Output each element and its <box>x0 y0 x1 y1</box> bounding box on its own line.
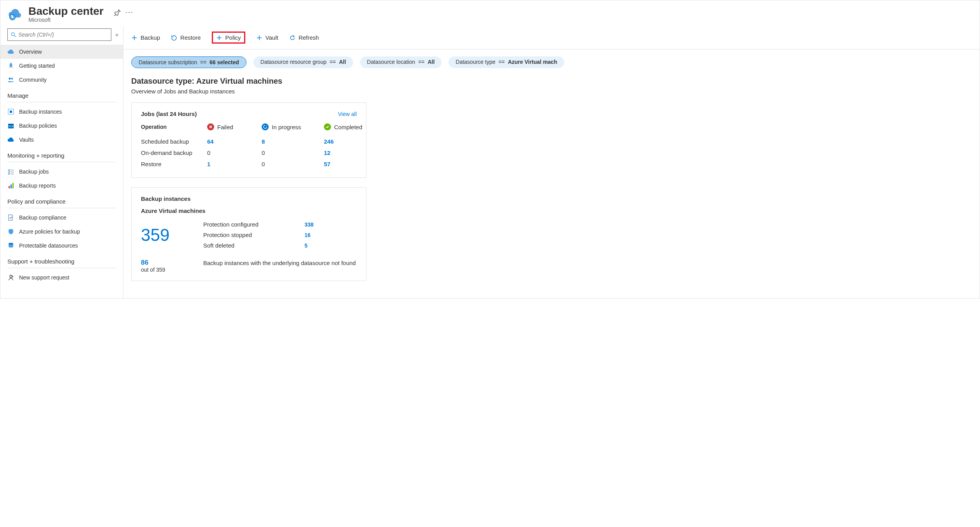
filter-location[interactable]: Datasource location == All <box>360 56 442 68</box>
toolbar-label: Policy <box>225 34 241 41</box>
pin-icon[interactable] <box>114 9 121 16</box>
svg-rect-9 <box>9 126 10 126</box>
jobs-row: Restore 1 0 57 <box>141 158 357 170</box>
sidebar-item-getting-started[interactable]: Getting started <box>0 59 123 73</box>
not-found-count[interactable]: 86 <box>141 259 203 267</box>
svg-point-21 <box>10 275 12 278</box>
chart-icon <box>7 182 14 189</box>
search-field[interactable] <box>18 32 108 38</box>
svg-rect-18 <box>9 215 12 220</box>
svg-rect-6 <box>10 111 12 113</box>
row-operation: Scheduled backup <box>141 138 207 145</box>
toolbar-label: Refresh <box>299 34 319 41</box>
sidebar-label: Protectable datasources <box>19 242 78 249</box>
instances-total[interactable]: 359 <box>141 225 203 245</box>
row-operation: Restore <box>141 161 207 167</box>
divider <box>7 208 116 208</box>
calendar-icon <box>7 122 14 129</box>
filter-subscription[interactable]: Datasource subscription == 66 selected <box>131 56 246 68</box>
view-all-link[interactable]: View all <box>338 111 357 117</box>
toolbar-label: Vault <box>266 34 278 41</box>
progress-icon <box>262 123 269 130</box>
instance-row-value[interactable]: 338 <box>304 221 343 228</box>
row-failed[interactable]: 64 <box>207 138 262 145</box>
filter-value: All <box>339 59 346 65</box>
jobs-row: Scheduled backup 64 8 246 <box>141 136 357 147</box>
row-progress[interactable]: 8 <box>262 138 324 145</box>
sidebar-label: Community <box>19 77 47 83</box>
col-label: Completed <box>334 124 362 130</box>
sidebar-item-vaults[interactable]: Vaults <box>0 133 123 147</box>
instance-row-label: Soft deleted <box>203 242 304 249</box>
filter-resource-group[interactable]: Datasource resource group == All <box>253 56 353 68</box>
row-failed[interactable]: 1 <box>207 161 262 167</box>
rocket-icon <box>7 62 14 69</box>
sidebar-label: Vaults <box>19 137 34 143</box>
svg-rect-15 <box>9 186 10 188</box>
not-found-text: Backup instances with the underlying dat… <box>203 259 359 267</box>
filter-label: Datasource type <box>456 59 495 65</box>
instances-card-title: Backup instances <box>141 195 357 202</box>
backup-button[interactable]: Backup <box>131 34 160 41</box>
col-operation: Operation <box>141 124 207 130</box>
more-icon[interactable]: ··· <box>125 8 134 16</box>
sidebar-item-protectable[interactable]: Protectable datasources <box>0 239 123 253</box>
sidebar-item-backup-instances[interactable]: Backup instances <box>0 105 123 119</box>
sidebar-item-backup-reports[interactable]: Backup reports <box>0 179 123 193</box>
row-operation: On-demand backup <box>141 149 207 156</box>
jobs-row: On-demand backup 0 0 12 <box>141 147 357 158</box>
search-input[interactable] <box>7 28 111 41</box>
main-content: Backup Restore Policy Vault <box>123 26 980 298</box>
collapse-sidebar-icon[interactable]: « <box>115 32 118 38</box>
jobs-card: Jobs (last 24 Hours) View all Operation … <box>131 102 366 178</box>
toolbar-label: Backup <box>141 34 160 41</box>
sidebar-item-backup-jobs[interactable]: Backup jobs <box>0 165 123 179</box>
sidebar-item-backup-policies[interactable]: Backup policies <box>0 119 123 133</box>
backup-center-icon <box>8 7 22 21</box>
restore-button[interactable]: Restore <box>171 34 201 41</box>
col-completed: Completed <box>324 123 371 130</box>
policy-button[interactable]: Policy <box>212 32 245 44</box>
row-completed[interactable]: 57 <box>324 161 371 167</box>
refresh-button[interactable]: Refresh <box>289 34 319 41</box>
refresh-icon <box>289 35 296 41</box>
instance-row-value[interactable]: 5 <box>304 242 343 249</box>
svg-point-4 <box>11 78 13 80</box>
sidebar-item-azure-policies[interactable]: Azure policies for backup <box>0 225 123 239</box>
sidebar-item-new-support-request[interactable]: New support request <box>0 271 123 285</box>
filter-value: Azure Virtual mach <box>508 59 557 65</box>
completed-icon <box>324 123 331 130</box>
datasource-title: Datasource type: Azure Virtual machines <box>131 77 972 86</box>
failed-icon <box>207 123 214 130</box>
vault-button[interactable]: Vault <box>256 34 278 41</box>
sidebar-label: Backup instances <box>19 109 62 115</box>
col-label: In progress <box>272 124 301 130</box>
instance-row-label: Protection configured <box>203 221 304 228</box>
row-completed[interactable]: 246 <box>324 138 371 145</box>
page-subtitle: Microsoft <box>28 17 104 23</box>
sidebar-label: Overview <box>19 49 42 55</box>
instances-icon <box>7 108 14 115</box>
sidebar-label: Backup reports <box>19 183 56 189</box>
row-completed[interactable]: 12 <box>324 149 371 156</box>
svg-rect-8 <box>8 124 14 125</box>
filter-label: Datasource location <box>367 59 415 65</box>
plus-icon <box>131 35 137 41</box>
datasource-subtitle: Overview of Jobs and Backup instances <box>131 88 972 95</box>
svg-line-2 <box>14 35 16 37</box>
svg-point-1 <box>11 33 14 36</box>
instance-row-value[interactable]: 16 <box>304 232 343 238</box>
filter-value: 66 selected <box>209 59 239 65</box>
sidebar-item-overview[interactable]: Overview <box>0 45 123 59</box>
support-icon <box>7 274 14 281</box>
sidebar-item-community[interactable]: Community <box>0 73 123 87</box>
sidebar-item-backup-compliance[interactable]: Backup compliance <box>0 211 123 225</box>
filter-type[interactable]: Datasource type == Azure Virtual mach <box>449 56 564 68</box>
page-title: Backup center <box>28 5 104 18</box>
section-support: Support + troubleshooting <box>0 253 123 266</box>
filter-op: == <box>498 59 505 65</box>
filter-label: Datasource subscription <box>139 59 197 65</box>
filter-op: == <box>200 59 206 65</box>
svg-rect-10 <box>11 126 11 126</box>
section-policy: Policy and compliance <box>0 193 123 206</box>
